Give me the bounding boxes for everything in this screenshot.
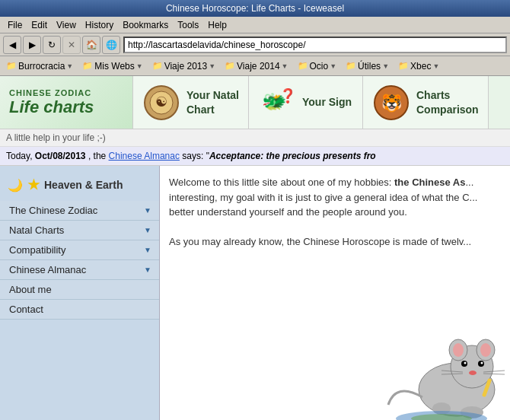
menu-edit[interactable]: Edit [27,18,52,32]
window-title: Chinese Horoscope: Life Charts - Iceweas… [166,3,344,14]
folder-icon: 📁 [346,61,356,71]
menu-tools[interactable]: Tools [173,18,203,32]
sidebar-item-label: Compatibility [9,244,65,256]
menu-file[interactable]: File [3,18,27,32]
svg-point-12 [480,343,491,357]
your-sign-icon: 🐲 ❓ [258,84,296,122]
chevron-down-icon: ▼ [382,62,389,70]
tagline-text: A little help in your life ;-) [6,132,106,143]
sidebar-item-chinese-almanac[interactable]: Chinese Almanac ▼ [0,260,159,280]
forward-button[interactable]: ▶ [23,36,41,54]
sidebar-item-label: About me [9,284,52,295]
menu-bookmarks[interactable]: Bookmarks [118,18,173,32]
almanac-prefix: Today, [6,151,35,161]
nav-tabs: ☯ Your NatalChart 🐲 ❓ Your Sign [133,76,510,129]
almanac-middle: , the [88,151,109,161]
page-content: CHINESE ZODIAC Life charts ☯ Your NatalC… [0,76,510,420]
sidebar-item-label: The Chinese Zodiac [9,205,97,216]
chevron-right-icon: ▼ [144,226,151,234]
sidebar-item-natal-charts[interactable]: Natal Charts ▼ [0,221,159,240]
almanac-date: Oct/08/2013 [35,151,86,161]
svg-text:🐯: 🐯 [381,93,402,113]
chevron-down-icon: ▼ [432,62,439,70]
bookmark-label: Útiles [358,61,381,72]
sidebar-item-compatibility[interactable]: Compatibility ▼ [0,240,159,260]
star-icon: ★ [27,177,40,193]
svg-text:☯: ☯ [155,94,167,110]
sidebar-item-about-me[interactable]: About me [0,280,159,300]
sidebar-item-chinese-zodiac[interactable]: The Chinese Zodiac ▼ [0,201,159,221]
sidebar-item-label: Chinese Almanac [9,264,86,275]
bookmark-viaje2013[interactable]: 📁 Viaje 2013 ▼ [149,60,218,72]
bookmark-label: Mis Webs [94,61,134,72]
sidebar-item-label: Natal Charts [9,224,64,236]
tab-charts-comparison[interactable]: 🐯 ChartsComparison [363,76,489,129]
menu-view[interactable]: View [52,18,81,32]
menu-history[interactable]: History [81,18,118,32]
folder-icon: 📁 [298,61,308,71]
natal-chart-icon: ☯ [142,84,180,122]
svg-point-17 [469,371,477,375]
chevron-right-icon: ▼ [144,266,151,274]
folder-icon: 📁 [225,61,235,71]
home-button[interactable]: 🏠 [82,36,100,54]
svg-point-15 [464,362,467,364]
almanac-says: says: "Acceptance: the precious presents… [182,151,375,161]
folder-icon: 📁 [152,61,163,71]
svg-text:❓: ❓ [279,88,296,104]
tagline: A little help in your life ;-) [0,129,510,147]
bookmark-miswebs[interactable]: 📁 Mis Webs ▼ [79,60,145,72]
sidebar-item-contact[interactable]: Contact [0,300,159,320]
bookmarks-bar: 📁 Burrocracia ▼ 📁 Mis Webs ▼ 📁 Viaje 201… [0,56,510,76]
natal-chart-label: Your NatalChart [186,88,239,116]
chevron-right-icon: ▼ [144,206,151,215]
address-input[interactable] [123,37,507,53]
tab-natal-chart[interactable]: ☯ Your NatalChart [133,76,249,129]
charts-comparison-label: ChartsComparison [416,88,479,116]
back-button[interactable]: ◀ [3,36,21,54]
main-area: 🌙 ★ Heaven & Earth The Chinese Zodiac ▼ … [0,166,510,420]
your-sign-label: Your Sign [302,95,352,109]
content-paragraph-1: Welcome to this little site about one of… [169,175,501,220]
svg-point-16 [481,362,483,364]
almanac-bar: Today, Oct/08/2013 , the Chinese Almanac… [0,147,510,166]
chevron-right-icon: ▼ [144,246,151,254]
sidebar-title: Heaven & Earth [44,179,123,191]
chevron-down-icon: ▼ [136,62,143,70]
chevron-down-icon: ▼ [282,62,288,70]
bookmark-burrocracia[interactable]: 📁 Burrocracia ▼ [3,60,76,72]
bookmark-xbec[interactable]: 📁 Xbec ▼ [395,60,442,72]
bookmark-label: Ocio [310,61,329,72]
rat-illustration [365,306,510,420]
chevron-down-icon: ▼ [330,62,336,70]
folder-icon: 📁 [6,61,17,71]
folder-icon: 📁 [398,61,409,71]
moon-icon: 🌙 [8,178,23,192]
bookmark-viaje2014[interactable]: 📁 Viaje 2014 ▼ [222,60,291,72]
logo-subtitle: CHINESE ZODIAC [9,88,123,97]
content-area: Welcome to this little site about one of… [160,166,510,420]
content-paragraph-2: As you may already know, the Chinese Hor… [169,234,501,250]
logo-section: CHINESE ZODIAC Life charts [0,76,133,129]
logo-title: Life charts [9,97,123,117]
menu-bar: File Edit View History Bookmarks Tools H… [0,17,510,33]
stop-button[interactable]: ✕ [62,36,81,54]
reload-button[interactable]: ↻ [43,36,61,54]
almanac-link[interactable]: Chinese Almanac [109,151,180,161]
content-intro: Welcome to this little site about one of… [169,175,501,250]
sidebar-item-label: Contact [9,304,43,315]
bookmark-label: Xbec [410,61,431,72]
chevron-down-icon: ▼ [66,62,73,70]
charts-comparison-icon: 🐯 [372,84,410,122]
sidebar-header: 🌙 ★ Heaven & Earth [0,172,159,201]
title-bar: Chinese Horoscope: Life Charts - Iceweas… [0,0,510,17]
address-bar: 🌐 [102,36,507,54]
tab-your-sign[interactable]: 🐲 ❓ Your Sign [249,76,363,129]
menu-help[interactable]: Help [203,18,231,32]
svg-point-11 [453,343,464,357]
bookmark-utiles[interactable]: 📁 Útiles ▼ [343,60,392,72]
bookmark-ocio[interactable]: 📁 Ocio ▼ [295,60,340,72]
site-header: CHINESE ZODIAC Life charts ☯ Your NatalC… [0,76,510,129]
chevron-down-icon: ▼ [209,62,215,70]
address-icon: 🌐 [102,36,120,54]
